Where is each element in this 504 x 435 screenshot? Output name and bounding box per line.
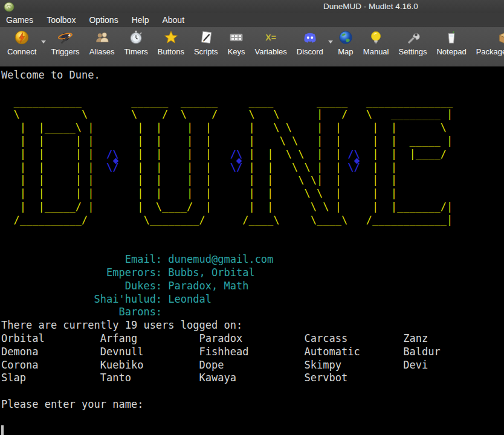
scripts-icon — [198, 30, 214, 45]
packages-button[interactable]: P Packages (exp.) — [471, 30, 504, 56]
chevron-down-icon — [328, 40, 333, 44]
manual-label: Manual — [363, 47, 389, 56]
packages-icon: P — [497, 30, 504, 45]
packages-label: Packages (exp.) — [476, 47, 504, 56]
console-line: | | | | | | | | | | \ \| | | | — [1, 174, 504, 187]
mudlet-window: DuneMUD - Mudlet 4.16.0 Games Toolbox Op… — [0, 0, 504, 435]
console-line: Dukes: Paradox, Math — [1, 280, 504, 293]
console-line: | | | | | | | | | \ \ | | | | _____ | — [1, 135, 504, 148]
console-line: Welcome to Dune. — [1, 69, 504, 82]
menu-help[interactable]: Help — [128, 14, 153, 26]
discord-label: Discord — [297, 47, 323, 56]
console-line: | |_____\ | | | | | | \ \ | | | | \ — [1, 121, 504, 135]
menu-about[interactable]: About — [158, 14, 189, 26]
menu-bar: Games Toolbox Options Help About — [0, 13, 504, 27]
discord-icon — [302, 30, 318, 45]
text-cursor[interactable] — [1, 425, 4, 435]
settings-label: Settings — [398, 47, 427, 56]
notepad-button[interactable]: Notepad — [431, 30, 471, 56]
notepad-icon — [444, 30, 459, 45]
scripts-label: Scripts — [194, 47, 218, 56]
variables-button[interactable]: X= Variables — [250, 30, 292, 56]
manual-button[interactable]: Manual — [358, 30, 394, 56]
console-line: \ \ \ / \ / \ \ | / \ ________ | — [1, 108, 504, 121]
buttons-label: Buttons — [158, 47, 184, 56]
console-line: Shai'hulud: Leondal — [1, 293, 504, 306]
console-line: | | | | \/ | | | | \/ | | \ \ | | \/ | | — [1, 161, 504, 175]
map-label: Map — [338, 47, 353, 56]
console-line — [1, 385, 504, 398]
buttons-button[interactable]: Buttons — [153, 30, 189, 56]
console-line: | |_____/ | | \____/ | | | \ \ | | |____… — [1, 201, 504, 214]
console-line: Orbital Arfang Paradox Carcass Zanz — [1, 332, 504, 346]
console-line: | | | | /\ | | | | /\ | | \ \ | | /\ | |… — [1, 148, 504, 161]
connect-dropdown-button[interactable] — [41, 30, 46, 54]
keys-button[interactable]: Keys — [223, 30, 250, 56]
mudlet-logo-icon — [4, 1, 15, 12]
manual-icon — [368, 30, 384, 45]
console-line — [1, 411, 504, 425]
triggers-label: Triggers — [51, 47, 79, 56]
map-icon — [338, 30, 354, 45]
console-line: Slap Tanto Kawaya Servbot — [1, 372, 504, 385]
scripts-button[interactable]: Scripts — [189, 30, 223, 56]
console-line: | | | | | | | | | | \ \ | | | — [1, 187, 504, 201]
variables-icon: X= — [263, 30, 279, 45]
timers-icon — [128, 30, 144, 45]
console-line: Demona Devnull Fishhead Automatic Baldur — [1, 346, 504, 359]
timers-button[interactable]: Timers — [120, 30, 153, 56]
discord-button[interactable]: Discord — [292, 30, 328, 56]
console-line: There are currently 19 users logged on: — [1, 319, 504, 332]
console-line: ___________ ______ ______ ____ _____ ___… — [1, 95, 504, 109]
console-line — [1, 227, 504, 240]
connect-icon — [14, 30, 30, 45]
title-bar[interactable]: DuneMUD - Mudlet 4.16.0 — [0, 0, 504, 13]
discord-dropdown-button[interactable] — [328, 30, 333, 54]
console-line: /__________/ \________/ /____\ \____\ /_… — [1, 214, 504, 227]
aliases-icon — [94, 30, 110, 45]
mud-console[interactable]: Welcome to Dune. ___________ ______ ____… — [0, 66, 504, 435]
timers-label: Timers — [124, 47, 148, 56]
map-button[interactable]: Map — [333, 30, 358, 56]
notepad-label: Notepad — [436, 47, 466, 56]
menu-games[interactable]: Games — [2, 14, 37, 26]
menu-toolbox[interactable]: Toolbox — [42, 14, 80, 26]
variables-label: Variables — [255, 47, 287, 56]
settings-button[interactable]: Settings — [393, 30, 431, 56]
buttons-icon — [163, 30, 179, 45]
console-line: Corona Kuebiko Dope Skimpy Devi — [1, 359, 504, 372]
chevron-down-icon — [41, 40, 46, 44]
connect-label: Connect — [7, 47, 36, 56]
console-line: Barons: — [1, 306, 504, 319]
keys-label: Keys — [228, 47, 245, 56]
console-line — [1, 82, 504, 95]
window-title: DuneMUD - Mudlet 4.16.0 — [323, 2, 418, 11]
console-line: Email: dunemud@gmail.com — [1, 253, 504, 266]
keys-icon — [228, 30, 244, 45]
variables-icon-glyph: X= — [265, 33, 276, 42]
console-line — [1, 240, 504, 253]
triggers-icon — [57, 30, 73, 45]
aliases-label: Aliases — [89, 47, 115, 56]
connect-button[interactable]: Connect — [2, 30, 41, 56]
console-line: Please enter your name: — [1, 398, 504, 411]
triggers-button[interactable]: Triggers — [46, 30, 84, 56]
menu-options[interactable]: Options — [85, 14, 122, 26]
aliases-button[interactable]: Aliases — [85, 30, 120, 56]
settings-icon — [405, 30, 421, 45]
toolbar: Connect Triggers — [0, 27, 504, 66]
console-line: Emperors: Bubbs, Orbital — [1, 266, 504, 280]
